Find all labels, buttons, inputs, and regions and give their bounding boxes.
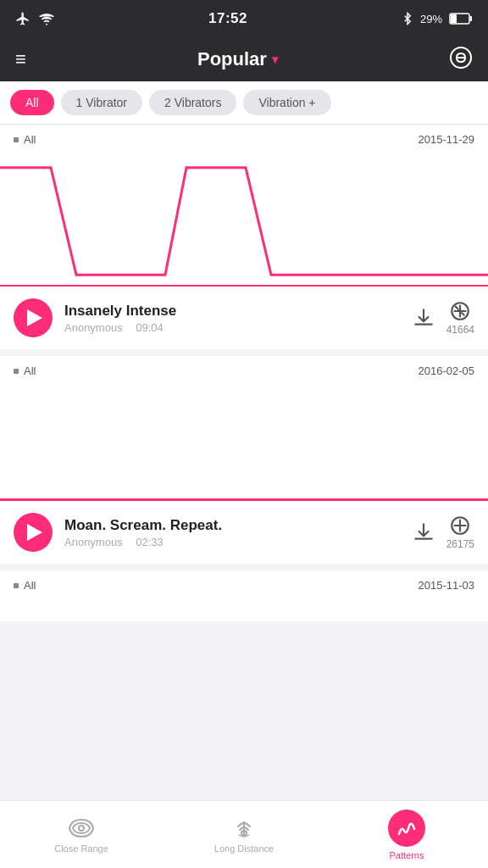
pattern-date-3: 2015-11-03 <box>419 579 475 592</box>
category-label-1: All <box>24 133 36 146</box>
download-icon-1 <box>413 307 435 329</box>
battery-icon <box>449 13 473 25</box>
battery-percent: 29% <box>420 13 442 25</box>
play-button-1[interactable] <box>14 298 53 337</box>
share-action-2[interactable]: 26175 <box>446 515 474 550</box>
bullet-icon-2 <box>14 369 19 374</box>
tab-close-range-label: Close Range <box>54 843 108 854</box>
pattern-category-3: All <box>14 579 36 592</box>
share-count-2: 26175 <box>446 538 474 550</box>
filter-tab-2vibrators[interactable]: 2 Vibrators <box>149 90 236 115</box>
svg-point-13 <box>79 826 84 831</box>
scroll-content: All 2015-11-29 Insanely Intense Anonymou… <box>0 125 488 800</box>
pattern-date-1: 2015-11-29 <box>419 133 475 146</box>
filter-tab-all[interactable]: All <box>10 90 54 115</box>
pattern-text-2: Moan. Scream. Repeat. Anonymous 02:33 <box>64 517 401 548</box>
close-range-icon <box>68 816 95 840</box>
tab-patterns-label: Patterns <box>390 850 424 860</box>
chart-svg-1 <box>0 151 488 285</box>
pattern-card-2: All 2016-02-05 Moan. Scream. Repeat. Ano… <box>0 356 488 564</box>
play-button-2[interactable] <box>14 513 53 552</box>
nav-title-text: Popular <box>197 48 267 70</box>
play-triangle-icon-2 <box>27 524 42 541</box>
bullet-icon-3 <box>14 583 19 588</box>
tab-long-distance-label: Long Distance <box>214 843 274 854</box>
share-icon-1 <box>449 300 471 322</box>
pattern-meta-2: Anonymous 02:33 <box>64 536 401 548</box>
dropdown-arrow-icon: ▾ <box>272 53 278 66</box>
pattern-header-3: All 2015-11-03 <box>0 570 488 597</box>
pattern-text-1: Insanely Intense Anonymous 09:04 <box>64 303 401 334</box>
bullet-icon-1 <box>14 137 19 142</box>
svg-rect-2 <box>469 16 472 21</box>
tab-long-distance[interactable]: Long Distance <box>163 816 325 854</box>
pattern-meta-1: Anonymous 09:04 <box>64 321 401 334</box>
pattern-actions-1: 41664 <box>413 300 474 336</box>
svg-rect-3 <box>451 14 457 23</box>
bluetooth-icon <box>402 11 413 26</box>
menu-icon[interactable]: ≡ <box>15 48 26 70</box>
pattern-header-2: All 2016-02-05 <box>0 356 488 382</box>
pattern-title-1: Insanely Intense <box>64 303 401 320</box>
pattern-title-2: Moan. Scream. Repeat. <box>64 517 401 534</box>
share-action-1[interactable]: 41664 <box>446 300 474 336</box>
status-time: 17:52 <box>208 10 247 27</box>
status-left <box>15 11 54 26</box>
link-icon <box>449 46 473 70</box>
nav-link-button[interactable] <box>449 46 473 73</box>
nav-bar: ≡ Popular ▾ <box>0 37 488 81</box>
pattern-actions-2: 26175 <box>413 515 474 550</box>
pattern-info-2: Moan. Scream. Repeat. Anonymous 02:33 <box>0 501 488 564</box>
chart-2 <box>0 382 488 501</box>
pattern-author-1: Anonymous <box>64 321 123 334</box>
pattern-duration-2: 02:33 <box>136 536 164 548</box>
long-distance-icon <box>231 816 257 840</box>
play-triangle-icon-1 <box>27 309 42 326</box>
patterns-icon <box>396 817 418 839</box>
pattern-category-1: All <box>14 133 36 146</box>
download-action-2[interactable] <box>413 521 435 543</box>
pattern-header-1: All 2015-11-29 <box>0 125 488 151</box>
pattern-duration-1: 09:04 <box>136 321 164 334</box>
status-right: 29% <box>402 11 473 26</box>
filter-tabs: All 1 Vibrator 2 Vibrators Vibration + <box>0 81 488 125</box>
share-count-1: 41664 <box>446 324 474 336</box>
filter-tab-1vibrator[interactable]: 1 Vibrator <box>61 90 142 115</box>
download-icon-2 <box>413 521 435 543</box>
download-action-1[interactable] <box>413 307 435 329</box>
share-icon-2 <box>449 515 471 537</box>
pattern-info-1: Insanely Intense Anonymous 09:04 <box>0 287 488 349</box>
pattern-category-2: All <box>14 364 36 377</box>
pattern-author-2: Anonymous <box>64 536 123 548</box>
pattern-card-1: All 2015-11-29 Insanely Intense Anonymou… <box>0 125 488 349</box>
wifi-icon <box>39 11 54 26</box>
status-bar: 17:52 29% <box>0 0 488 37</box>
category-label-2: All <box>24 364 36 377</box>
filter-tab-vibration-plus[interactable]: Vibration + <box>243 90 330 115</box>
pattern-card-3: All 2015-11-03 <box>0 570 488 621</box>
airplane-icon <box>15 11 30 26</box>
chart-1 <box>0 151 488 287</box>
chart-svg-2 <box>0 382 488 501</box>
tab-patterns[interactable]: Patterns <box>325 810 488 860</box>
category-label-3: All <box>24 579 36 592</box>
pattern-date-2: 2016-02-05 <box>419 364 475 377</box>
tab-close-range[interactable]: Close Range <box>0 816 163 854</box>
svg-point-0 <box>46 24 47 25</box>
tab-bar: Close Range Long Distance Patterns <box>0 800 488 868</box>
nav-title[interactable]: Popular ▾ <box>197 48 278 70</box>
